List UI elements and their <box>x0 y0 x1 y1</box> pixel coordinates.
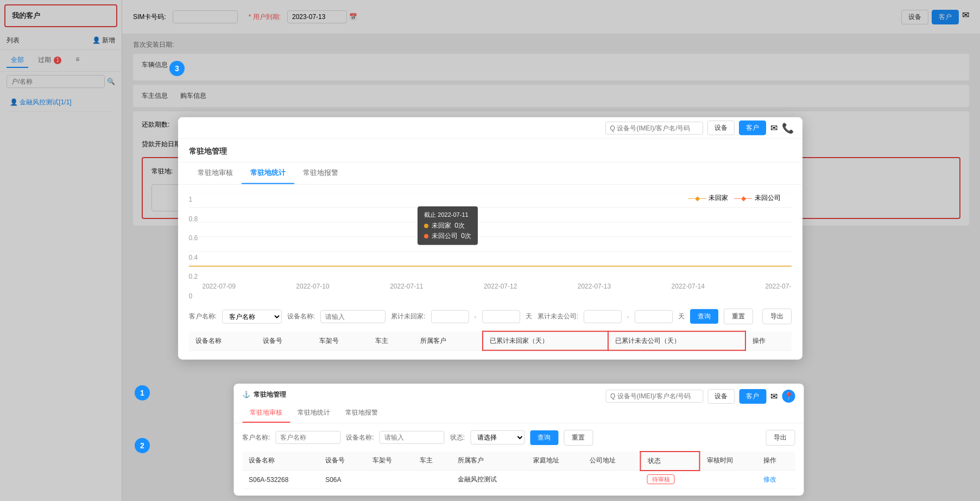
audit-query-button[interactable]: 查询 <box>530 430 558 445</box>
modal-small-body: 客户名称: 设备名称: 状态: 请选择 查询 重置 导出 设备名称 设备号 车架… <box>233 423 804 496</box>
audit-th-status: 状态 <box>641 452 700 471</box>
stats-query-button[interactable]: 查询 <box>690 309 718 324</box>
stats-filter-row: 客户名称: 客户名称 设备名称: 累计未回家: - 天 累计未去公司: - 天 … <box>189 309 792 324</box>
filter-device-input[interactable] <box>320 310 385 323</box>
modal-customer-btn[interactable]: 客户 <box>739 121 766 135</box>
small-tab-alarm[interactable]: 常驻地报警 <box>338 404 385 423</box>
audit-table: 设备名称 设备号 车架号 车主 所属客户 家庭地址 公司地址 状态 审核时间 操… <box>242 451 795 490</box>
audit-th-company: 公司地址 <box>583 452 641 471</box>
tooltip-date: 截止 2022-07-11 <box>424 211 471 219</box>
th-company-days: 已累计未去公司（天） <box>608 331 745 350</box>
modal-small-tabs: 常驻地审核 常驻地统计 常驻地报警 <box>242 404 795 423</box>
audit-th-frame: 车架号 <box>366 452 413 471</box>
status-badge: 待审核 <box>647 474 675 484</box>
table-row: S06A-532268 S06A 金融风控测试 待审核 修改 <box>242 471 795 489</box>
small-tab-audit[interactable]: 常驻地审核 <box>242 404 290 423</box>
audit-status-label: 状态: <box>450 433 465 442</box>
filter-company-min[interactable] <box>584 310 622 323</box>
stats-table-header-row: 设备名称 设备号 车架号 车主 所属客户 已累计未回家（天） 已累计未去公司（天… <box>189 331 792 350</box>
td-company-addr <box>583 471 641 489</box>
th-device-no: 设备号 <box>256 331 313 350</box>
audit-th-action: 操作 <box>757 452 795 471</box>
audit-device-input[interactable] <box>380 431 445 444</box>
badge-number-3: 3 <box>169 61 185 76</box>
small-tab-stats[interactable]: 常驻地统计 <box>290 404 338 423</box>
stats-table-head: 设备名称 设备号 车架号 车主 所属客户 已累计未回家（天） 已累计未去公司（天… <box>189 331 792 350</box>
td-home-addr <box>527 471 583 489</box>
th-customer: 所属客户 <box>414 331 482 350</box>
td-owner <box>413 471 451 489</box>
chart-tooltip: 截止 2022-07-11 未回家 0次 未回公司 0次 <box>418 206 478 245</box>
th-action: 操作 <box>745 331 792 350</box>
tooltip-label1: 未回家 <box>432 221 451 230</box>
audit-th-home: 家庭地址 <box>527 452 583 471</box>
audit-status-select[interactable]: 请选择 <box>470 430 524 444</box>
tab-changzhu-alarm[interactable]: 常驻地报警 <box>294 162 347 184</box>
filter-company-max[interactable] <box>635 310 673 323</box>
modal-phone-icon[interactable]: 📞 <box>782 122 794 134</box>
filter-customer-select[interactable]: 客户名称 <box>222 309 282 323</box>
tooltip-label2: 未回公司 <box>432 231 458 241</box>
filter-home-min[interactable] <box>431 310 469 323</box>
tooltip-dot2 <box>424 234 428 238</box>
modal-top-bar: 设备 客户 ✉ 📞 <box>178 117 802 139</box>
modal-search-input[interactable] <box>605 121 703 134</box>
small-modal-mail-icon[interactable]: ✉ <box>770 391 777 402</box>
td-action[interactable]: 修改 <box>757 471 795 489</box>
chart-plot-area: 截止 2022-07-11 未回家 0次 未回公司 0次 <box>189 193 792 280</box>
small-modal-device-btn[interactable]: 设备 <box>707 389 735 404</box>
stats-reset-button[interactable]: 重置 <box>724 309 753 324</box>
filter-dash: - <box>475 312 477 320</box>
stats-export-button[interactable]: 导出 <box>762 309 792 324</box>
audit-filter-row: 客户名称: 设备名称: 状态: 请选择 查询 重置 导出 <box>242 430 795 446</box>
td-device-name: S06A-532268 <box>242 471 319 489</box>
tooltip-value2: 0次 <box>461 231 471 241</box>
audit-th-device-no: 设备号 <box>319 452 366 471</box>
filter-day-label: 天 <box>526 312 532 321</box>
tab-changzhu-audit[interactable]: 常驻地审核 <box>189 162 242 184</box>
td-status: 待审核 <box>641 471 700 489</box>
modal-mail-icon[interactable]: ✉ <box>770 123 777 133</box>
audit-th-device-name: 设备名称 <box>242 452 319 471</box>
audit-table-body: S06A-532268 S06A 金融风控测试 待审核 修改 <box>242 471 795 489</box>
badge-number-2: 2 <box>135 438 150 453</box>
chart-svg <box>189 193 792 280</box>
audit-th-review-time: 审核时间 <box>700 452 757 471</box>
stats-table: 设备名称 设备号 车架号 车主 所属客户 已累计未回家（天） 已累计未去公司（天… <box>189 331 792 351</box>
chart-section: —◆— 未回家 —◆— 未回公司 1 0.8 0.6 0.4 0.2 0 <box>189 193 792 302</box>
filter-company-label: 累计未去公司: <box>538 312 578 321</box>
modal-changzhu-main: 设备 客户 ✉ 📞 常驻地管理 常驻地审核 常驻地统计 常驻地报警 —◆— 未回… <box>178 117 802 360</box>
small-modal-location-icon[interactable]: 📍 <box>782 390 795 403</box>
audit-table-head: 设备名称 设备号 车架号 车主 所属客户 家庭地址 公司地址 状态 审核时间 操… <box>242 452 795 471</box>
anchor-icon: ⚓ <box>242 391 250 398</box>
audit-reset-button[interactable]: 重置 <box>564 430 593 446</box>
modal-small-header-right: 设备 客户 ✉ 📍 <box>605 389 795 404</box>
audit-customer-input[interactable] <box>275 431 340 444</box>
modify-link[interactable]: 修改 <box>763 475 776 483</box>
modal-main-body: —◆— 未回家 —◆— 未回公司 1 0.8 0.6 0.4 0.2 0 <box>178 185 802 360</box>
modal-title: 常驻地管理 <box>189 147 227 162</box>
td-customer: 金融风控测试 <box>451 471 527 489</box>
modal-changzhu-small: ⚓ 常驻地管理 设备 客户 ✉ 📍 常驻地审核 常驻地统计 常驻地报警 客户名称… <box>233 384 804 496</box>
td-review-time <box>700 471 757 489</box>
filter-device-label: 设备名称: <box>287 312 315 321</box>
filter-day-label2: 天 <box>678 312 685 321</box>
audit-customer-label: 客户名称: <box>242 433 270 442</box>
audit-export-button[interactable]: 导出 <box>766 430 795 446</box>
tooltip-value1: 0次 <box>454 221 465 230</box>
filter-dash2: - <box>627 312 629 320</box>
tooltip-dot1 <box>424 223 428 228</box>
small-modal-search[interactable] <box>605 390 703 403</box>
tab-changzhu-stats[interactable]: 常驻地统计 <box>242 162 294 184</box>
audit-device-label: 设备名称: <box>346 433 374 442</box>
chart-x-axis: 2022-07-09 2022-07-10 2022-07-11 2022-07… <box>189 280 792 292</box>
audit-header-row: 设备名称 设备号 车架号 车主 所属客户 家庭地址 公司地址 状态 审核时间 操… <box>242 452 795 471</box>
small-modal-customer-btn[interactable]: 客户 <box>739 389 766 404</box>
filter-home-max[interactable] <box>482 310 520 323</box>
chart-wrapper: 1 0.8 0.6 0.4 0.2 0 <box>189 193 792 280</box>
modal-title-bar: 常驻地管理 <box>178 139 802 162</box>
modal-tabs: 常驻地审核 常驻地统计 常驻地报警 <box>178 162 802 185</box>
th-device-name: 设备名称 <box>189 331 256 350</box>
stats-table-wrapper: 设备名称 设备号 车架号 车主 所属客户 已累计未回家（天） 已累计未去公司（天… <box>189 331 792 351</box>
modal-device-btn[interactable]: 设备 <box>707 121 735 135</box>
